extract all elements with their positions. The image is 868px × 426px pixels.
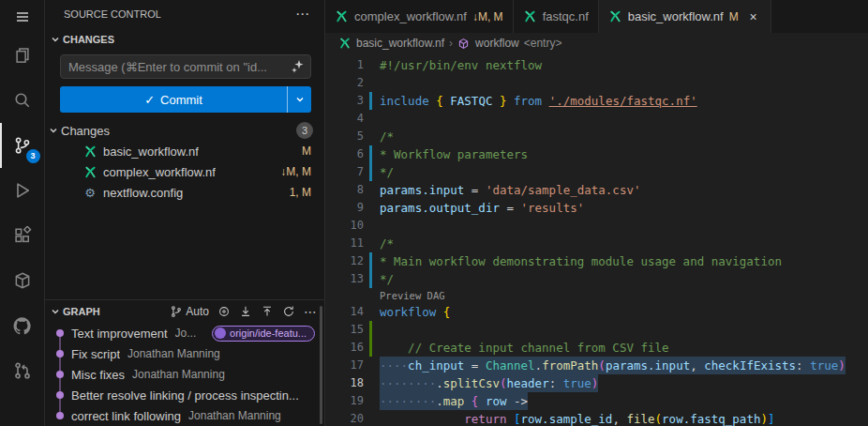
line-number[interactable]: 13	[325, 270, 364, 288]
source-control-sidebar: SOURCE CONTROL ⋯ CHANGES ✓ Commit Change…	[45, 0, 325, 426]
branch-ref-pill[interactable]: origin/ide-featu...	[212, 326, 315, 342]
chevron-down-icon	[49, 126, 58, 135]
line-content[interactable]: */	[380, 163, 394, 181]
copilot-sparkle-icon[interactable]	[291, 59, 306, 74]
line-content[interactable]: ········.splitCsv(header: true)	[380, 374, 598, 392]
search-button[interactable]	[0, 78, 45, 123]
sidebar-scrollbar[interactable]	[320, 306, 322, 424]
editor-tab[interactable]: complex_workflow.nf↓M, M	[325, 0, 514, 33]
line-number[interactable]: 20	[325, 410, 364, 426]
line-content[interactable]: /*	[380, 128, 394, 145]
commit-split-button: ✓ Commit	[60, 86, 311, 113]
fetch-button[interactable]	[239, 305, 252, 318]
line-number[interactable]: 18	[325, 374, 364, 392]
explorer-button[interactable]	[0, 33, 45, 78]
code-line: 12* Main workflow demonstrating module u…	[325, 252, 868, 270]
chevron-down-icon	[51, 307, 60, 316]
nextflow-file-icon	[338, 37, 352, 50]
code-editor[interactable]: 1#!/usr/bin/env nextflow23include { FAST…	[325, 53, 868, 426]
commit-button[interactable]: ✓ Commit	[60, 86, 287, 113]
changes-section-header[interactable]: CHANGES	[45, 28, 324, 51]
editor-tab[interactable]: fastqc.nf	[514, 0, 599, 33]
line-content[interactable]: return [row.sample_id, file(row.fastq_pa…	[380, 410, 775, 426]
graph-target-button[interactable]	[217, 305, 231, 318]
line-number[interactable]: 10	[325, 217, 364, 235]
line-content[interactable]: #!/usr/bin/env nextflow	[380, 56, 542, 74]
package-icon	[13, 271, 32, 290]
tab-close-icon[interactable]: ×	[746, 9, 761, 24]
line-content[interactable]: // Create input channel from CSV file	[380, 339, 669, 357]
line-number[interactable]: 1	[325, 56, 364, 74]
line-number[interactable]: 9	[325, 199, 364, 217]
extensions-icon	[13, 226, 32, 245]
push-button[interactable]	[261, 305, 274, 318]
line-content[interactable]: * Main workflow demonstrating module usa…	[380, 252, 782, 270]
commit-row[interactable]: Fix scriptJonathan Manning	[45, 343, 324, 364]
graph-section-header[interactable]: GRAPH Auto	[45, 300, 324, 323]
code-line: 7*/	[325, 163, 868, 181]
refresh-icon	[282, 305, 295, 318]
commit-message-box	[60, 54, 311, 79]
line-number[interactable]: 17	[325, 357, 364, 374]
code-line: 15	[325, 321, 868, 339]
line-content[interactable]: /*	[380, 235, 394, 252]
commit-row[interactable]: Better resolve linking / process inspect…	[45, 385, 324, 405]
graph-more-actions-icon[interactable]: ⋯	[304, 304, 317, 319]
changed-file-row[interactable]: complex_workflow.nf↓M, M	[45, 161, 324, 182]
line-content[interactable]: workflow {	[380, 303, 450, 321]
line-number[interactable]: 5	[325, 128, 364, 145]
commit-row[interactable]: Misc fixesJonathan Manning	[45, 364, 324, 385]
line-content[interactable]: ····ch_input = Channel.fromPath(params.i…	[380, 357, 846, 374]
source-control-button[interactable]: 3	[0, 123, 45, 168]
remote-explorer-button[interactable]	[0, 258, 45, 303]
changed-file-row[interactable]: ⚙nextflow.config1, M	[45, 182, 324, 203]
breadcrumb-file[interactable]: basic_workflow.nf	[356, 37, 444, 50]
commit-message-input[interactable]	[60, 54, 311, 79]
pull-requests-button[interactable]	[0, 348, 45, 393]
line-number[interactable]: 16	[325, 339, 364, 357]
changed-file-row[interactable]: basic_workflow.nfM	[45, 141, 324, 161]
codelens-link[interactable]: Preview DAG	[380, 288, 445, 303]
line-number[interactable]: 2	[325, 74, 364, 92]
commit-graph-list: Text improvementJo...origin/ide-featu...…	[45, 323, 324, 426]
breadcrumb-symbol[interactable]: workflow	[475, 37, 519, 50]
line-number[interactable]: 19	[325, 392, 364, 410]
editor-tab[interactable]: basic_workflow.nfM×	[599, 0, 771, 33]
breadcrumb-entry[interactable]: <entry>	[524, 37, 562, 50]
line-number[interactable]: 4	[325, 110, 364, 128]
line-number[interactable]: 14	[325, 303, 364, 321]
commit-row[interactable]: Text improvementJo...origin/ide-featu...	[45, 323, 324, 343]
line-content[interactable]: ········.map { row ->	[380, 392, 528, 410]
line-content[interactable]: params.input = 'data/sample_data.csv'	[380, 181, 640, 199]
line-number[interactable]: 7	[325, 163, 364, 181]
line-content[interactable]: include { FASTQC } from './modules/fastq…	[380, 92, 697, 110]
file-name: complex_workflow.nf	[103, 165, 216, 179]
sidebar-more-actions-icon[interactable]: ⋯	[292, 6, 313, 23]
line-number[interactable]: 11	[325, 235, 364, 252]
scm-badge: 3	[26, 149, 40, 163]
graph-auto-toggle[interactable]: Auto	[170, 305, 209, 318]
sidebar-title: SOURCE CONTROL	[64, 8, 161, 20]
git-gutter	[369, 303, 372, 321]
nextflow-file-icon	[523, 9, 537, 23]
line-number[interactable]: 12	[325, 252, 364, 270]
run-debug-button[interactable]	[0, 168, 45, 213]
line-content[interactable]: params.output_dir = 'results'	[380, 199, 584, 217]
menu-button[interactable]	[0, 0, 45, 33]
commit-dropdown-button[interactable]	[287, 86, 311, 113]
changes-tree-item[interactable]: Changes 3	[45, 120, 324, 141]
line-content[interactable]: * Workflow parameters	[380, 145, 528, 163]
refresh-button[interactable]	[282, 305, 295, 318]
line-number[interactable]: 15	[325, 321, 364, 339]
graph-controls: Auto ⋯	[170, 304, 317, 319]
line-number[interactable]: 3	[325, 92, 364, 110]
extensions-button[interactable]	[0, 213, 45, 258]
tab-git-status: M	[729, 10, 739, 23]
github-button[interactable]	[0, 303, 45, 348]
commit-row[interactable]: correct link followingJonathan Manning	[45, 405, 324, 426]
line-content[interactable]: */	[380, 270, 394, 288]
code-line: 16 // Create input channel from CSV file	[325, 339, 868, 357]
line-number[interactable]: 6	[325, 145, 364, 163]
git-modified-gutter-bar	[369, 270, 372, 288]
line-number[interactable]: 8	[325, 181, 364, 199]
